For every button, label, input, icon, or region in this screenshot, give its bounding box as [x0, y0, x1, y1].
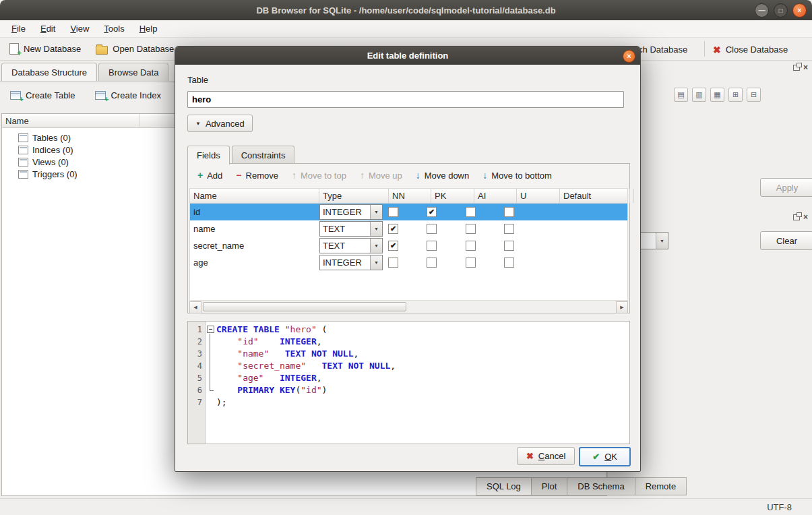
nn-checkbox[interactable]: ✔ — [388, 224, 398, 234]
dock-close-icon[interactable]: × — [803, 214, 808, 220]
nn-checkbox[interactable] — [388, 207, 398, 217]
tab-constraints[interactable]: Constraints — [232, 146, 295, 164]
header-u[interactable]: U — [517, 189, 560, 203]
field-row[interactable]: name TEXT ▼ ✔ — [190, 220, 627, 237]
maximize-button[interactable]: □ — [774, 3, 788, 18]
field-name-cell[interactable]: id — [190, 204, 319, 220]
u-checkbox[interactable] — [504, 224, 514, 234]
pk-checkbox[interactable]: ✔ — [427, 207, 437, 217]
apply-button[interactable]: Apply — [760, 178, 812, 197]
pk-checkbox[interactable] — [427, 241, 437, 251]
u-checkbox[interactable] — [504, 207, 514, 217]
field-row[interactable]: age INTEGER ▼ — [190, 254, 627, 271]
table-name-input[interactable] — [187, 91, 624, 108]
create-index-button[interactable]: + Create Index — [90, 87, 165, 104]
header-ai[interactable]: AI — [474, 189, 517, 203]
ai-checkbox[interactable] — [466, 224, 476, 234]
scrollbar-thumb[interactable] — [203, 302, 406, 311]
move-up-button[interactable]: ↑ Move up — [360, 171, 402, 181]
chevron-down-icon[interactable]: ▼ — [656, 233, 668, 249]
menu-tools[interactable]: Tools — [98, 22, 130, 36]
dock-float-icon[interactable] — [793, 65, 800, 71]
new-database-button[interactable]: + New Database — [5, 40, 85, 57]
dialog-close-button[interactable]: × — [623, 50, 635, 63]
add-field-button[interactable]: + Add — [197, 171, 222, 181]
move-down-button[interactable]: ↓ Move down — [416, 171, 469, 181]
check-cell[interactable] — [605, 204, 627, 220]
menu-edit[interactable]: Edit — [34, 22, 61, 36]
dialog-titlebar[interactable]: Edit table definition × — [175, 47, 640, 65]
ai-checkbox[interactable] — [466, 241, 476, 251]
sql-preview[interactable]: 1−CREATE TABLE "hero" (2 "id" INTEGER,3 … — [187, 321, 630, 444]
nn-checkbox[interactable]: ✔ — [388, 241, 398, 251]
fold-toggle-icon[interactable]: − — [206, 324, 216, 336]
check-cell[interactable] — [605, 220, 627, 237]
tab-sql-log[interactable]: SQL Log — [476, 477, 532, 495]
u-checkbox[interactable] — [504, 241, 514, 251]
field-name-cell[interactable]: secret_name — [190, 237, 319, 254]
header-type[interactable]: Type — [319, 189, 389, 203]
pk-checkbox[interactable] — [427, 258, 437, 268]
tab-db-schema[interactable]: DB Schema — [567, 477, 635, 495]
ai-checkbox[interactable] — [466, 258, 476, 268]
field-name-cell[interactable]: age — [190, 254, 319, 271]
default-cell[interactable] — [539, 254, 605, 271]
default-cell[interactable] — [539, 220, 605, 237]
encoding-indicator[interactable]: UTF-8 — [767, 502, 792, 512]
tree-column-separator[interactable] — [139, 114, 139, 127]
header-check[interactable]: Check — [630, 189, 634, 203]
chevron-down-icon[interactable]: ▼ — [370, 205, 382, 219]
scrollbar-track[interactable] — [201, 301, 616, 312]
advanced-toggle-button[interactable]: ▼ Advanced — [187, 115, 253, 132]
dock-toolbar-icon[interactable]: ⊟ — [747, 88, 761, 102]
header-nn[interactable]: NN — [389, 189, 431, 203]
default-cell[interactable] — [539, 237, 605, 254]
check-cell[interactable] — [605, 237, 627, 254]
type-combo[interactable]: TEXT ▼ — [319, 238, 383, 253]
dock-float-icon[interactable] — [793, 214, 800, 220]
close-button[interactable]: × — [792, 3, 807, 18]
nn-checkbox[interactable] — [388, 258, 398, 268]
ok-button[interactable]: ✔ OK — [579, 447, 631, 466]
minimize-button[interactable]: — — [755, 3, 769, 18]
close-database-button[interactable]: ✖ Close Database — [709, 42, 792, 57]
field-row[interactable]: secret_name TEXT ▼ ✔ — [190, 237, 627, 254]
create-table-button[interactable]: + Create Table — [5, 87, 80, 104]
scroll-right-icon[interactable]: ▶ — [616, 301, 628, 313]
tab-remote[interactable]: Remote — [635, 477, 687, 495]
dock-toolbar-icon[interactable]: ⊞ — [728, 88, 743, 102]
horizontal-scrollbar[interactable]: ◀ ▶ — [189, 301, 628, 312]
chevron-down-icon[interactable]: ▼ — [370, 255, 382, 270]
header-name[interactable]: Name — [190, 189, 319, 203]
chevron-down-icon[interactable]: ▼ — [370, 239, 382, 253]
header-default[interactable]: Default — [560, 189, 630, 203]
dock-toolbar-icon[interactable]: ▤ — [674, 88, 688, 102]
type-combo[interactable]: TEXT ▼ — [319, 221, 383, 237]
cancel-button[interactable]: ✖ Cancel — [517, 447, 575, 465]
remove-field-button[interactable]: − Remove — [236, 171, 278, 181]
type-combo[interactable]: INTEGER ▼ — [319, 255, 383, 270]
dock-toolbar-icon[interactable]: ▥ — [692, 88, 706, 102]
window-titlebar[interactable]: DB Browser for SQLite - /home/user/code/… — [0, 0, 812, 20]
ai-checkbox[interactable] — [466, 207, 476, 217]
scroll-left-icon[interactable]: ◀ — [189, 301, 201, 313]
field-name-cell[interactable]: name — [190, 220, 319, 237]
default-cell[interactable] — [539, 204, 605, 220]
clear-button[interactable]: Clear — [760, 231, 812, 250]
u-checkbox[interactable] — [504, 258, 514, 268]
menu-file[interactable]: File — [5, 22, 32, 36]
menu-help[interactable]: Help — [133, 22, 164, 36]
tab-plot[interactable]: Plot — [531, 477, 567, 495]
type-combo[interactable]: INTEGER ▼ — [319, 204, 383, 220]
chevron-down-icon[interactable]: ▼ — [370, 222, 382, 236]
menu-view[interactable]: View — [64, 22, 95, 36]
tab-database-structure[interactable]: Database Structure — [1, 63, 97, 81]
dock-close-icon[interactable]: × — [803, 64, 808, 71]
tab-browse-data[interactable]: Browse Data — [98, 63, 168, 81]
header-pk[interactable]: PK — [431, 189, 474, 203]
dock-toolbar-icon[interactable]: ▦ — [710, 88, 724, 102]
move-to-bottom-button[interactable]: ↓ Move to bottom — [482, 171, 552, 181]
tab-fields[interactable]: Fields — [187, 146, 230, 164]
field-row[interactable]: id INTEGER ▼ ✔ — [190, 204, 627, 220]
pk-checkbox[interactable] — [427, 224, 437, 234]
